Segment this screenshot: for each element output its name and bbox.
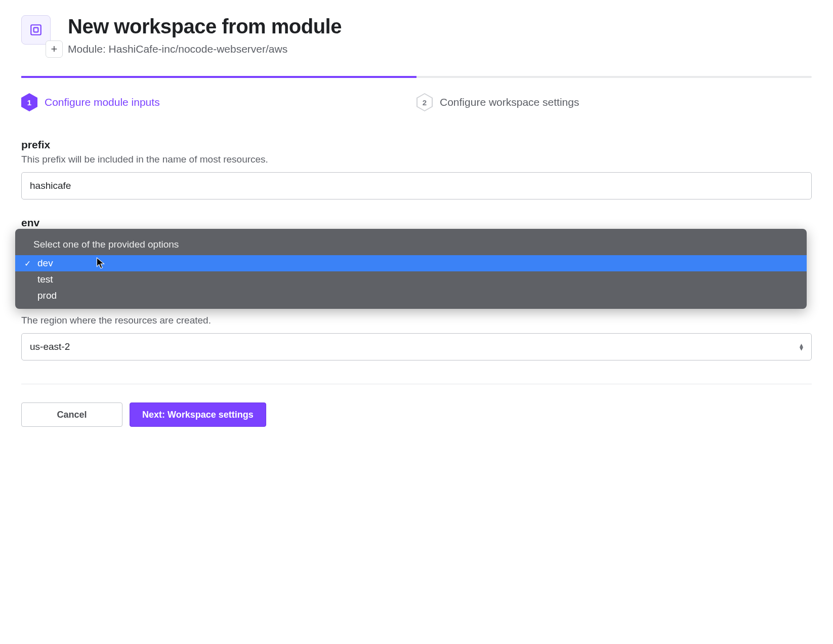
region-select[interactable]: us-east-2 ▴▾ bbox=[21, 333, 812, 360]
footer-actions: Cancel Next: Workspace settings bbox=[21, 402, 812, 427]
module-icon-stack: + bbox=[21, 15, 57, 56]
dropdown-option-prod[interactable]: prod bbox=[15, 288, 807, 304]
field-region: The region where the resources are creat… bbox=[21, 315, 812, 360]
option-label: prod bbox=[37, 290, 57, 301]
cancel-button[interactable]: Cancel bbox=[21, 402, 122, 427]
field-help: This prefix will be included in the name… bbox=[21, 154, 812, 165]
option-label: dev bbox=[37, 258, 53, 269]
select-value: us-east-2 bbox=[30, 341, 70, 352]
tab-label: Configure workspace settings bbox=[440, 96, 579, 108]
svg-rect-1 bbox=[34, 28, 38, 32]
tab-workspace-settings[interactable]: 2 Configure workspace settings bbox=[416, 93, 812, 111]
option-label: test bbox=[37, 274, 53, 285]
check-icon: ✓ bbox=[24, 259, 33, 268]
field-prefix: prefix This prefix will be included in t… bbox=[21, 139, 812, 199]
page-header: + New workspace from module Module: Hash… bbox=[21, 15, 812, 56]
page-title: New workspace from module bbox=[68, 15, 812, 38]
field-label: env bbox=[21, 217, 812, 229]
field-env: env Select one of the provided options ✓… bbox=[21, 217, 812, 298]
plus-icon: + bbox=[46, 41, 63, 58]
step-badge-1: 1 bbox=[21, 93, 37, 111]
divider bbox=[21, 384, 812, 384]
next-button[interactable]: Next: Workspace settings bbox=[130, 402, 266, 427]
dropdown-option-dev[interactable]: ✓ dev bbox=[15, 255, 807, 271]
env-dropdown: Select one of the provided options ✓ dev… bbox=[15, 229, 807, 309]
step-badge-2: 2 bbox=[416, 93, 433, 111]
step-tabs: 1 Configure module inputs 2 Configure wo… bbox=[21, 76, 812, 111]
prefix-input[interactable] bbox=[21, 172, 812, 199]
field-label: prefix bbox=[21, 139, 812, 151]
module-icon bbox=[21, 15, 51, 45]
tab-configure-inputs[interactable]: 1 Configure module inputs bbox=[21, 93, 416, 111]
cursor-icon bbox=[96, 257, 105, 269]
dropdown-header: Select one of the provided options bbox=[15, 236, 807, 255]
dropdown-option-test[interactable]: test bbox=[15, 271, 807, 288]
svg-rect-0 bbox=[31, 25, 41, 35]
module-path: Module: HashiCafe-inc/nocode-webserver/a… bbox=[68, 43, 812, 55]
progress-rail bbox=[21, 76, 812, 78]
field-help: The region where the resources are creat… bbox=[21, 315, 812, 326]
chevron-updown-icon: ▴▾ bbox=[800, 343, 803, 350]
tab-label: Configure module inputs bbox=[45, 96, 160, 108]
